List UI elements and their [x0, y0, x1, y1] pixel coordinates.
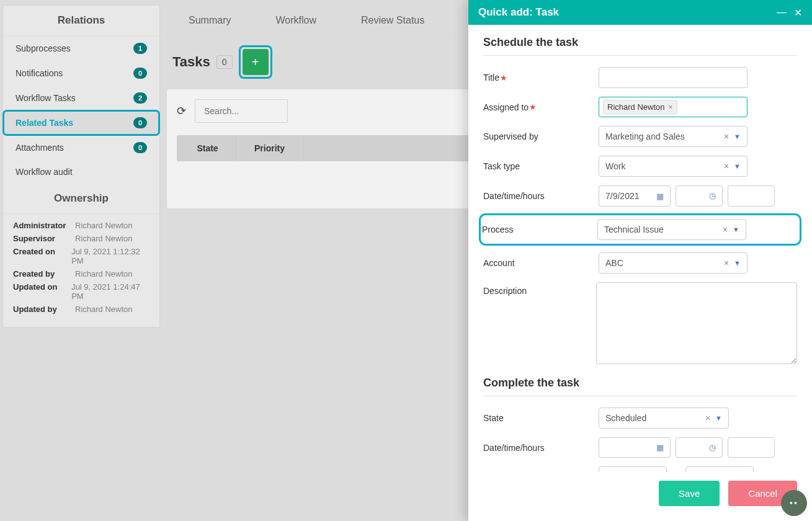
plus-icon: +: [252, 55, 259, 69]
assigned-to-field[interactable]: Richard Newton×: [599, 97, 747, 117]
sidebar-item-workflow-tasks[interactable]: Workflow Tasks 2: [3, 86, 159, 110]
label-date-time-hours: Date/time/hours: [483, 191, 599, 201]
ownership-row: AdministratorRichard Newton: [13, 219, 149, 232]
label-description: Description: [483, 282, 596, 296]
clear-icon[interactable]: ×: [724, 258, 729, 268]
column-state[interactable]: State: [177, 136, 239, 161]
quick-add-body: Schedule the task Title★ Assigned to★ Ri…: [468, 25, 812, 472]
add-task-button[interactable]: +: [243, 49, 269, 75]
quick-add-footer: Save Cancel: [468, 472, 812, 521]
state-select[interactable]: Scheduled ×▼: [599, 407, 729, 429]
sidebar-item-workflow-audit[interactable]: Workflow audit: [3, 160, 159, 184]
sidebar-item-label: Workflow Tasks: [16, 93, 76, 103]
column-priority[interactable]: Priority: [239, 136, 301, 161]
clear-icon[interactable]: ×: [723, 225, 728, 234]
label-title: Title★: [483, 73, 599, 82]
sidebar-item-label: Related Tasks: [16, 118, 73, 128]
tasks-count: 0: [216, 55, 233, 69]
quantity-input[interactable]: [599, 466, 667, 472]
required-star-icon: ★: [500, 73, 507, 82]
assigned-to-tag: Richard Newton×: [603, 100, 677, 114]
ownership-row: Created byRichard Newton: [13, 267, 149, 280]
ownership-table: AdministratorRichard Newton SupervisorRi…: [3, 214, 159, 327]
quick-add-header: Quick add: Task — ✕: [468, 0, 812, 25]
count-badge: 0: [133, 117, 147, 128]
minimize-icon[interactable]: —: [777, 7, 787, 19]
sidebar-item-label: Subprocesses: [16, 43, 71, 53]
schedule-hours-input[interactable]: [728, 185, 775, 207]
task-type-select[interactable]: Work ×▼: [599, 156, 747, 177]
complete-hours-input[interactable]: [728, 437, 775, 458]
tab-workflow[interactable]: Workflow: [253, 5, 339, 36]
label-account: Account: [483, 258, 599, 268]
clock-icon: ◷: [709, 191, 716, 201]
sidebar-item-notifications[interactable]: Notifications 0: [3, 61, 159, 86]
complete-date-input[interactable]: ▦: [599, 437, 671, 458]
sidebar-item-label: Notifications: [16, 68, 63, 78]
ownership-row: SupervisorRichard Newton: [13, 232, 149, 245]
sidebar-item-label: Attachments: [16, 143, 64, 153]
label-supervised-by: Supervised by: [483, 131, 599, 141]
count-badge: 0: [133, 142, 147, 153]
section-schedule: Schedule the task: [483, 36, 797, 49]
sidebar-item-subprocesses[interactable]: Subprocesses 1: [3, 36, 159, 61]
chevron-down-icon: ▼: [734, 133, 741, 140]
title-input[interactable]: [599, 67, 747, 88]
account-select[interactable]: ABC ×▼: [599, 252, 747, 274]
refresh-icon[interactable]: ⟳: [177, 104, 186, 118]
ownership-header: Ownership: [3, 184, 159, 214]
section-complete: Complete the task: [483, 376, 797, 390]
count-badge: 2: [133, 92, 147, 104]
chat-widget-icon[interactable]: [781, 490, 807, 516]
required-star-icon: ★: [529, 102, 537, 112]
ownership-row: Updated byRichard Newton: [13, 303, 149, 316]
label-process: Process: [482, 225, 597, 234]
description-textarea[interactable]: [596, 282, 797, 364]
save-button[interactable]: Save: [659, 481, 720, 506]
quick-add-title: Quick add: Task: [478, 6, 559, 19]
clear-icon[interactable]: ×: [724, 161, 729, 171]
amount-input[interactable]: [685, 466, 754, 472]
process-select[interactable]: Technical Issue ×▼: [597, 219, 746, 240]
clock-icon: ◷: [709, 443, 716, 452]
clear-icon[interactable]: ×: [705, 413, 710, 423]
label-task-type: Task type: [483, 161, 599, 171]
chevron-down-icon: ▼: [733, 226, 739, 233]
chevron-down-icon: ▼: [715, 414, 722, 422]
clear-icon[interactable]: ×: [724, 131, 729, 141]
chevron-down-icon: ▼: [734, 259, 741, 267]
tab-summary[interactable]: Summary: [166, 5, 253, 36]
schedule-date-input[interactable]: 7/9/2021▦: [599, 185, 671, 207]
supervised-by-select[interactable]: Marketing and Sales ×▼: [599, 126, 747, 147]
relations-header: Relations: [3, 6, 159, 36]
complete-time-input[interactable]: ◷: [676, 437, 723, 458]
chevron-down-icon: ▼: [734, 163, 741, 170]
search-input[interactable]: [195, 99, 288, 123]
ownership-row: Updated onJul 9, 2021 1:24:47 PM: [13, 280, 149, 303]
add-task-highlight: +: [239, 45, 272, 79]
close-icon[interactable]: ✕: [794, 7, 802, 19]
count-badge: 0: [133, 68, 147, 79]
ownership-row: Created onJul 9, 2021 1:12:32 PM: [13, 245, 149, 267]
count-badge: 1: [133, 43, 147, 54]
remove-tag-icon[interactable]: ×: [669, 103, 673, 112]
calendar-icon: ▦: [656, 192, 664, 201]
tasks-heading: Tasks: [172, 54, 210, 70]
left-sidebar: Relations Subprocesses 1 Notifications 0…: [2, 5, 160, 327]
tab-review-status[interactable]: Review Status: [339, 5, 447, 36]
label-assigned-to: Assigned to★: [483, 102, 599, 112]
sidebar-item-related-tasks[interactable]: Related Tasks 0: [3, 110, 159, 135]
schedule-time-input[interactable]: ◷: [676, 185, 723, 207]
sidebar-item-label: Workflow audit: [16, 167, 73, 177]
quick-add-panel: Quick add: Task — ✕ Schedule the task Ti…: [468, 0, 812, 521]
label-complete-date-time-hours: Date/time/hours: [483, 443, 599, 453]
calendar-icon: ▦: [656, 443, 664, 452]
label-state: State: [483, 413, 599, 423]
sidebar-item-attachments[interactable]: Attachments 0: [3, 135, 159, 160]
